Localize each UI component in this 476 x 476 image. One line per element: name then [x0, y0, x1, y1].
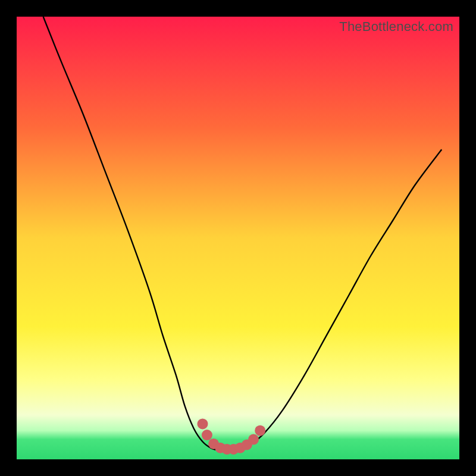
outer-frame: TheBottleneck.com	[0, 0, 476, 476]
watermark-text: TheBottleneck.com	[339, 19, 453, 35]
marker-dot	[197, 418, 208, 429]
marker-group	[197, 418, 265, 454]
bottleneck-curve	[43, 17, 442, 450]
marker-dot	[202, 430, 212, 440]
curve-layer	[17, 17, 459, 459]
marker-dot	[255, 425, 265, 436]
plot-area: TheBottleneck.com	[17, 17, 459, 459]
marker-dot	[248, 434, 259, 445]
